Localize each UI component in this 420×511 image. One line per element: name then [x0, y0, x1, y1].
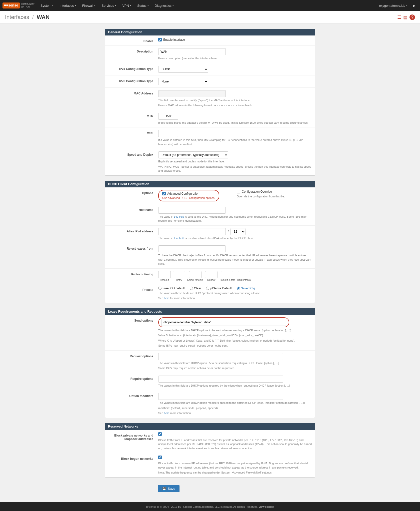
- advanced-config-label: Advanced Configuration: [167, 192, 199, 195]
- list-icon[interactable]: ☰: [397, 14, 401, 20]
- block-private-row: Block private networks and loopback addr…: [105, 430, 315, 453]
- logo-name: ■■sense: [4, 3, 18, 7]
- nav-services[interactable]: Services ▾: [99, 0, 119, 11]
- timeout-input[interactable]: [158, 271, 171, 278]
- mss-help: If a value is entered in this field, the…: [158, 138, 312, 146]
- nav-status-label: Status: [137, 4, 146, 7]
- send-options-box: [158, 317, 289, 327]
- preset-freebsd[interactable]: FreeBSD default: [158, 287, 185, 290]
- breadcrumb-parent[interactable]: Interfaces: [5, 14, 29, 20]
- mss-input[interactable]: [158, 130, 178, 137]
- enable-checkbox[interactable]: [158, 38, 162, 41]
- option-modifiers-help1: The values in this field are DHCP option…: [158, 401, 312, 405]
- nav-monitor-icon[interactable]: ▶: [411, 0, 418, 11]
- nav-diagnostics[interactable]: Diagnostics ▾: [152, 0, 176, 11]
- retry-input[interactable]: [173, 271, 185, 278]
- preset-pfsense-radio[interactable]: [206, 287, 209, 290]
- mss-label: MSS: [108, 130, 158, 135]
- request-options-control: The values in this field are DHCP option…: [158, 353, 312, 370]
- protocol-timing-control: Timeout Retry Select timeout Reboot: [158, 271, 312, 281]
- block-bogon-control: Blocks traffic from reserved IP addresse…: [158, 456, 312, 475]
- require-options-input[interactable]: [158, 376, 283, 383]
- send-options-help1: The values in this field are DHCP option…: [158, 328, 312, 333]
- initial-interval-input[interactable]: [238, 271, 250, 278]
- select-timeout-input[interactable]: [189, 271, 202, 278]
- block-bogon-checkbox[interactable]: [158, 456, 162, 459]
- nav-vpn-label: VPN: [122, 4, 129, 7]
- alias-ipv4-input[interactable]: [158, 228, 226, 235]
- nav-status[interactable]: Status ▾: [135, 0, 151, 11]
- logo-edition: COMMUNITYEDITION: [21, 3, 35, 8]
- description-input[interactable]: [158, 48, 226, 55]
- presets-here-link[interactable]: here: [164, 297, 170, 300]
- general-config-panel: Enable Enable interface Description Ente…: [105, 35, 315, 176]
- dhcp-options-control: Advanced Configuration Use advanced DHCP…: [158, 190, 312, 201]
- mtu-input[interactable]: [158, 113, 178, 120]
- save-label: Save: [168, 487, 175, 491]
- reject-leases-help: To have the DHCP client reject offers fr…: [158, 253, 312, 266]
- mac-help2: Enter a MAC address in the following for…: [158, 103, 312, 107]
- advanced-config-checkbox[interactable]: [162, 192, 166, 195]
- config-override-checkbox[interactable]: [237, 190, 240, 193]
- block-bogon-help1: Blocks traffic from reserved IP addresse…: [158, 461, 312, 470]
- nav-status-arrow: ▾: [148, 4, 149, 7]
- chart-icon[interactable]: ▤: [403, 14, 408, 20]
- block-private-checkbox[interactable]: [158, 432, 162, 436]
- mac-input[interactable]: [158, 90, 226, 97]
- send-options-help3: Where C is U(pper) or L(ower) Case, and …: [158, 339, 312, 343]
- description-row: Description Enter a description (name) f…: [105, 46, 315, 63]
- reject-leases-input[interactable]: [158, 245, 226, 252]
- config-override-wrap: Configuration Override Override the conf…: [237, 190, 285, 199]
- mac-help1: This field can be used to modify ("spoof…: [158, 98, 312, 102]
- block-private-label: Block private networks and loopback addr…: [108, 432, 158, 441]
- nav-vpn-arrow: ▾: [130, 4, 131, 7]
- speed-duplex-select[interactable]: Default (no preference, typically autose…: [158, 151, 228, 158]
- ipv6-type-select[interactable]: None DHCP6 Static: [158, 78, 208, 85]
- block-bogon-help2: Note: The update frequency can be change…: [158, 471, 312, 475]
- help-icon[interactable]: ?: [410, 14, 415, 20]
- dhcp-client-panel: Options Advanced Configuration Use advan…: [105, 187, 315, 303]
- alias-ipv4-label: Alias IPv4 address: [108, 228, 158, 233]
- ipv6-type-label: IPv6 Configuration Type: [108, 78, 158, 83]
- hostname-input[interactable]: [158, 207, 226, 214]
- nav-system[interactable]: System ▾: [38, 0, 56, 11]
- ipv4-type-select[interactable]: DHCP Static PPPoE None: [158, 66, 208, 73]
- nav-diagnostics-label: Diagnostics: [155, 4, 172, 7]
- nav-vpn[interactable]: VPN ▾: [120, 0, 134, 11]
- preset-clear-radio[interactable]: [190, 287, 193, 290]
- block-private-control: Blocks traffic from IP addresses that ar…: [158, 432, 312, 451]
- option-modifiers-here-link[interactable]: here: [164, 412, 170, 415]
- presets-help2: See here for more information: [158, 296, 312, 300]
- alias-prefix-slash: /: [228, 230, 228, 233]
- preset-saved-radio[interactable]: [237, 287, 240, 290]
- breadcrumb-current: WAN: [37, 14, 50, 20]
- backoff-cutoff-input[interactable]: [221, 271, 233, 278]
- timeout-cell: Timeout: [158, 271, 171, 281]
- mtu-control: If this field is blank, the adapter's de…: [158, 113, 312, 125]
- nav-user-arrow: ▾: [406, 4, 408, 7]
- preset-pfsense[interactable]: pfSense Default: [206, 287, 232, 290]
- option-modifiers-input[interactable]: [158, 393, 283, 400]
- nav-user[interactable]: oxygen.atomic.lab ▾: [376, 0, 410, 11]
- footer-license-link[interactable]: view license: [259, 505, 274, 508]
- reboot-label: Reboot: [207, 279, 215, 281]
- require-options-row: Require options The values in this field…: [105, 373, 315, 391]
- reboot-input[interactable]: [205, 271, 218, 278]
- request-options-input[interactable]: [158, 353, 283, 360]
- backoff-cutoff-cell: Backoff cutoff: [220, 271, 234, 281]
- logo: ■■sense COMMUNITYEDITION: [2, 2, 34, 8]
- nav-interfaces[interactable]: Interfaces ▾: [57, 0, 78, 11]
- nav-firewall[interactable]: Firewall ▾: [80, 0, 98, 11]
- preset-freebsd-radio[interactable]: [158, 287, 162, 290]
- alias-prefix-select[interactable]: 32 30 24: [230, 228, 246, 235]
- preset-saved[interactable]: Saved Cfg: [237, 287, 255, 290]
- alias-ipv4-help: The value in this field is used as a fix…: [158, 236, 312, 240]
- send-options-input[interactable]: [161, 319, 286, 326]
- general-config-title: General Configuration: [108, 30, 142, 34]
- presets-row: Presets FreeBSD default Clear pfSense De…: [105, 284, 315, 303]
- preset-clear[interactable]: Clear: [190, 287, 201, 290]
- speed-duplex-control: Default (no preference, typically autose…: [158, 151, 312, 173]
- save-button[interactable]: 💾 Save: [158, 485, 180, 492]
- dhcp-client-header: DHCP Client Configuration: [105, 181, 315, 187]
- mac-control: This field can be used to modify ("spoof…: [158, 90, 312, 107]
